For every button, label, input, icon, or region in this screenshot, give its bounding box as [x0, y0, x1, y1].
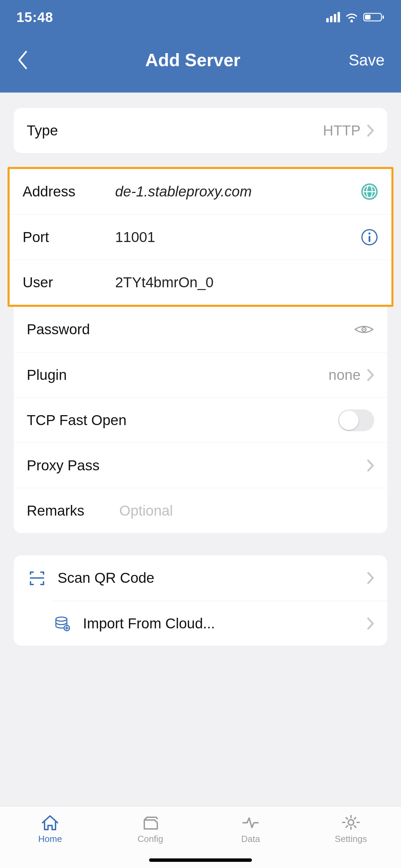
cloud-db-icon: [52, 615, 73, 632]
type-row[interactable]: Type HTTP: [14, 108, 387, 153]
chevron-right-icon: [367, 369, 374, 382]
user-label: User: [23, 274, 115, 291]
chevron-right-icon: [367, 617, 374, 630]
nav-bar: Add Server Save: [0, 34, 401, 93]
tab-config-label: Config: [137, 834, 163, 844]
svg-point-0: [351, 20, 353, 22]
remarks-label: Remarks: [27, 503, 119, 519]
plugin-label: Plugin: [27, 367, 119, 383]
chevron-right-icon: [367, 571, 374, 584]
remarks-row[interactable]: Remarks: [14, 488, 387, 533]
tab-settings-label: Settings: [335, 834, 367, 844]
type-card: Type HTTP: [14, 108, 387, 153]
tab-home[interactable]: Home: [0, 807, 100, 851]
port-label: Port: [23, 229, 115, 245]
tcp-label: TCP Fast Open: [27, 412, 126, 429]
import-cloud-row[interactable]: Import From Cloud...: [52, 601, 387, 646]
svg-rect-10: [369, 236, 370, 242]
status-time: 15:48: [16, 10, 53, 25]
svg-point-12: [363, 329, 365, 330]
svg-point-9: [368, 232, 370, 234]
scan-qr-row[interactable]: Scan QR Code: [14, 555, 387, 601]
status-bar: 15:48: [0, 0, 401, 34]
svg-point-18: [348, 820, 354, 825]
actions-card: Scan QR Code Import From Cloud...: [14, 555, 387, 646]
chevron-right-icon: [367, 459, 374, 472]
chevron-right-icon: [367, 124, 374, 137]
wifi-icon: [345, 12, 359, 22]
highlighted-fields: Address Port User: [8, 167, 393, 307]
port-row[interactable]: Port: [10, 214, 391, 260]
header: 15:48 Add Server Save: [0, 0, 401, 93]
plugin-value: none: [329, 367, 361, 383]
password-input[interactable]: [119, 321, 354, 338]
tcp-toggle[interactable]: [338, 409, 374, 431]
password-row[interactable]: Password: [14, 307, 387, 352]
svg-rect-3: [382, 15, 384, 19]
scan-qr-label: Scan QR Code: [58, 570, 356, 586]
type-value: HTTP: [323, 122, 361, 139]
extra-fields: Password Plugin none TCP Fast Open Proxy…: [14, 307, 387, 533]
type-label: Type: [27, 122, 119, 139]
home-indicator: [149, 858, 252, 862]
address-input[interactable]: [115, 183, 361, 200]
address-row[interactable]: Address: [10, 169, 391, 214]
tab-home-label: Home: [38, 834, 62, 844]
user-row[interactable]: User: [10, 260, 391, 305]
tcp-fast-open-row: TCP Fast Open: [14, 397, 387, 443]
cellular-icon: [326, 12, 340, 22]
proxy-label: Proxy Pass: [27, 457, 119, 474]
tab-data[interactable]: Data: [200, 807, 301, 851]
address-label: Address: [23, 183, 115, 200]
plugin-row[interactable]: Plugin none: [14, 352, 387, 397]
qr-scan-icon: [27, 569, 47, 587]
content: Type HTTP Address Port: [0, 93, 401, 806]
back-button[interactable]: [16, 46, 37, 74]
eye-icon[interactable]: [354, 323, 374, 336]
port-input[interactable]: [115, 229, 361, 245]
battery-icon: [363, 12, 385, 22]
user-input[interactable]: [115, 274, 378, 291]
info-icon[interactable]: [361, 228, 378, 246]
proxy-pass-row[interactable]: Proxy Pass: [14, 443, 387, 488]
globe-icon[interactable]: [361, 183, 378, 201]
status-indicators: [326, 12, 385, 22]
tab-settings[interactable]: Settings: [301, 807, 401, 851]
svg-point-14: [56, 617, 67, 621]
svg-rect-2: [365, 15, 370, 20]
remarks-input[interactable]: [119, 503, 374, 519]
tab-data-label: Data: [241, 834, 260, 844]
save-button[interactable]: Save: [349, 51, 385, 69]
import-cloud-label: Import From Cloud...: [83, 615, 356, 632]
page-title: Add Server: [145, 50, 240, 70]
tab-config[interactable]: Config: [100, 807, 201, 851]
password-label: Password: [27, 321, 119, 338]
